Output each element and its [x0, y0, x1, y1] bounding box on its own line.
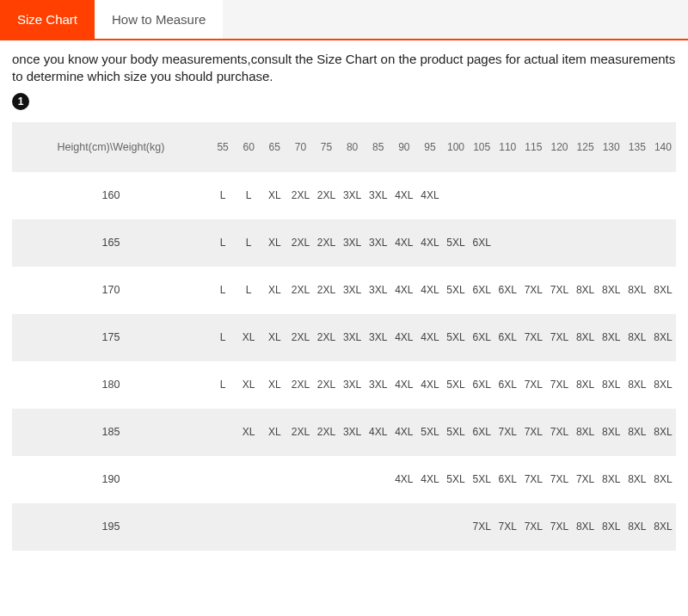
- row-cells: LXLXL2XL2XL3XL3XL4XL4XL5XL6XL6XL7XL7XL8X…: [210, 331, 676, 343]
- data-cell: 4XL: [417, 379, 443, 391]
- data-cell: 8XL: [650, 473, 676, 485]
- data-cell: 7XL: [546, 331, 572, 343]
- data-cell: [236, 521, 261, 533]
- data-cell: 8XL: [599, 426, 624, 438]
- data-cell: 4XL: [391, 379, 417, 391]
- data-cell: XL: [236, 379, 261, 391]
- data-cell: [366, 521, 391, 533]
- data-cell: [624, 237, 650, 249]
- table-header-row: Height(cm)\Weight(kg) 556065707580859095…: [12, 122, 676, 172]
- data-cell: 8XL: [599, 284, 624, 296]
- data-cell: L: [236, 284, 261, 296]
- data-cell: 6XL: [469, 379, 494, 391]
- data-cell: 4XL: [417, 284, 443, 296]
- data-cell: XL: [261, 426, 287, 438]
- row-label: 160: [12, 189, 210, 201]
- data-cell: 2XL: [287, 379, 313, 391]
- data-cell: 8XL: [573, 521, 599, 533]
- size-chart-table: Height(cm)\Weight(kg) 556065707580859095…: [12, 122, 676, 551]
- data-cell: 3XL: [340, 189, 366, 201]
- data-cell: L: [210, 189, 236, 201]
- data-cell: 8XL: [573, 379, 599, 391]
- data-cell: 5XL: [417, 426, 443, 438]
- data-cell: [599, 189, 624, 201]
- header-cell: 125: [573, 141, 599, 153]
- data-cell: 7XL: [469, 521, 494, 533]
- data-cell: 5XL: [443, 284, 469, 296]
- data-cell: [546, 189, 572, 201]
- header-cell: 65: [261, 141, 287, 153]
- row-label: 195: [12, 521, 210, 533]
- data-cell: 7XL: [494, 521, 520, 533]
- data-cell: [313, 521, 339, 533]
- header-cell: 130: [599, 141, 624, 153]
- data-cell: 2XL: [287, 189, 313, 201]
- header-cell: 60: [236, 141, 261, 153]
- data-cell: 8XL: [624, 284, 650, 296]
- data-cell: [520, 189, 546, 201]
- data-cell: 8XL: [650, 284, 676, 296]
- data-cell: L: [236, 189, 261, 201]
- data-cell: 5XL: [443, 426, 469, 438]
- data-cell: L: [210, 331, 236, 343]
- row-cells: 7XL7XL7XL7XL8XL8XL8XL8XL: [210, 521, 676, 533]
- data-cell: 2XL: [313, 189, 339, 201]
- header-cell: 55: [210, 141, 236, 153]
- data-cell: [494, 237, 520, 249]
- tab-how-to-measure[interactable]: How to Measure: [95, 0, 223, 39]
- header-cell: 85: [366, 141, 391, 153]
- data-cell: 7XL: [520, 331, 546, 343]
- data-cell: [210, 521, 236, 533]
- data-cell: 4XL: [391, 284, 417, 296]
- data-cell: XL: [261, 379, 287, 391]
- data-cell: [546, 237, 572, 249]
- data-cell: 3XL: [340, 379, 366, 391]
- data-cell: [210, 426, 236, 438]
- table-row: 1904XL4XL5XL5XL6XL7XL7XL7XL8XL8XL8XL: [12, 456, 676, 503]
- data-cell: 5XL: [469, 473, 494, 485]
- data-cell: 7XL: [520, 426, 546, 438]
- data-cell: [650, 237, 676, 249]
- data-cell: 4XL: [417, 473, 443, 485]
- table-row: 170LLXL2XL2XL3XL3XL4XL4XL5XL6XL6XL7XL7XL…: [12, 267, 676, 314]
- tab-size-chart[interactable]: Size Chart: [0, 0, 95, 39]
- step-badge: 1: [12, 93, 29, 110]
- data-cell: 8XL: [573, 426, 599, 438]
- header-cell: 90: [391, 141, 417, 153]
- row-cells: 4XL4XL5XL5XL6XL7XL7XL7XL8XL8XL8XL: [210, 473, 676, 485]
- data-cell: XL: [261, 284, 287, 296]
- data-cell: [366, 473, 391, 485]
- data-cell: [261, 473, 287, 485]
- data-cell: 5XL: [443, 237, 469, 249]
- data-cell: 6XL: [494, 473, 520, 485]
- data-cell: [624, 189, 650, 201]
- data-cell: 8XL: [624, 331, 650, 343]
- data-cell: 2XL: [287, 284, 313, 296]
- row-label: 190: [12, 473, 210, 485]
- data-cell: 3XL: [366, 189, 391, 201]
- data-cell: 7XL: [546, 426, 572, 438]
- instruction-text: once you know your body measurements,con…: [12, 51, 676, 86]
- data-cell: 8XL: [624, 426, 650, 438]
- data-cell: 5XL: [443, 473, 469, 485]
- data-cell: [599, 237, 624, 249]
- data-cell: 3XL: [340, 237, 366, 249]
- data-cell: L: [210, 237, 236, 249]
- table-row: 175LXLXL2XL2XL3XL3XL4XL4XL5XL6XL6XL7XL7X…: [12, 314, 676, 361]
- data-cell: L: [236, 237, 261, 249]
- header-label: Height(cm)\Weight(kg): [12, 141, 210, 153]
- data-cell: 5XL: [443, 331, 469, 343]
- data-cell: 3XL: [366, 331, 391, 343]
- data-cell: 4XL: [391, 331, 417, 343]
- data-cell: 8XL: [650, 379, 676, 391]
- data-cell: 8XL: [599, 473, 624, 485]
- data-cell: 8XL: [624, 521, 650, 533]
- row-label: 170: [12, 284, 210, 296]
- data-cell: 4XL: [417, 237, 443, 249]
- data-cell: 8XL: [624, 379, 650, 391]
- data-cell: [313, 473, 339, 485]
- data-cell: 6XL: [494, 379, 520, 391]
- data-cell: 2XL: [287, 237, 313, 249]
- data-cell: 2XL: [313, 284, 339, 296]
- data-cell: [340, 473, 366, 485]
